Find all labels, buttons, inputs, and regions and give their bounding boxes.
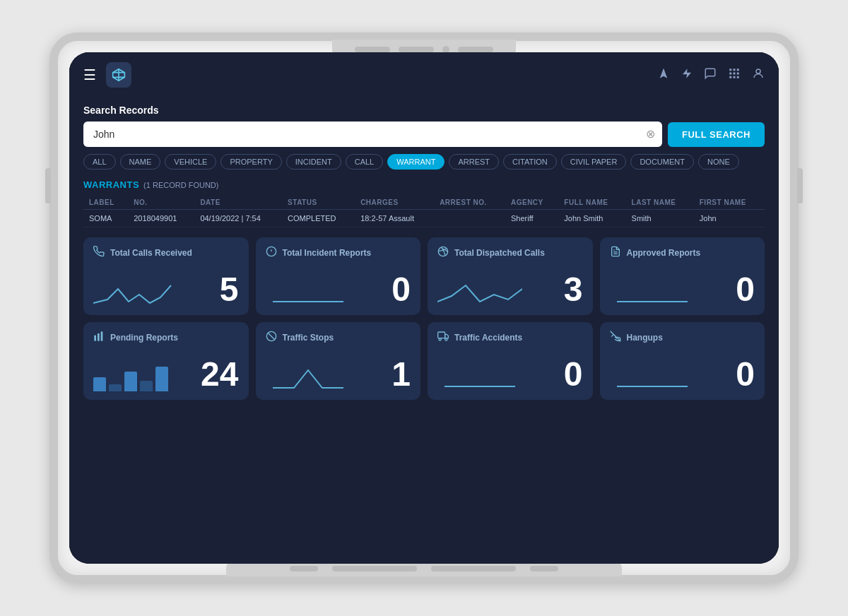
logo[interactable] <box>106 62 131 88</box>
cell-charges: 18:2-57 Assault <box>355 210 434 227</box>
card-title-traffic-accidents: Traffic Accidents <box>454 333 522 343</box>
card-approved-reports: Approved Reports 0 <box>600 237 765 315</box>
full-search-button[interactable]: FULL SEARCH <box>668 122 765 147</box>
pill-all[interactable]: ALL <box>83 154 116 170</box>
col-number: No. <box>128 196 194 210</box>
pill-arrest[interactable]: ARREST <box>449 154 499 170</box>
tablet-right-button <box>797 168 803 203</box>
chat-icon[interactable] <box>704 67 717 83</box>
warrants-table-head: LABEL No. DATE STATUS CHARGES ARREST No.… <box>83 196 765 210</box>
card-title-traffic-stops: Traffic Stops <box>283 333 334 343</box>
pill-call[interactable]: CALL <box>346 154 384 170</box>
card-body-dispatched: 3 <box>437 266 583 307</box>
svg-point-15 <box>756 69 760 73</box>
col-charges: CHARGES <box>355 196 434 210</box>
pill-citation[interactable]: CITATION <box>503 154 557 170</box>
cell-last-name: Smith <box>626 210 694 227</box>
dashboard-grid: Total Calls Received 5 <box>83 237 765 400</box>
pill-document[interactable]: DOCUMENT <box>630 154 694 170</box>
card-title-incident: Total Incident Reports <box>283 248 372 258</box>
pill-incident[interactable]: INCIDENT <box>286 154 341 170</box>
hangups-value: 0 <box>736 357 755 391</box>
svg-marker-4 <box>660 68 668 78</box>
calls-icon <box>93 246 105 260</box>
warrants-title: WARRANTS <box>83 179 139 190</box>
cell-first-name: John <box>694 210 765 227</box>
navigation-icon[interactable] <box>657 67 670 83</box>
traffic-accidents-value: 0 <box>564 357 583 391</box>
card-traffic-stops: Traffic Stops 1 <box>256 322 421 400</box>
pill-name[interactable]: NAME <box>120 154 161 170</box>
tablet-slot-right <box>458 47 493 52</box>
svg-rect-6 <box>729 69 731 71</box>
main-content[interactable]: Search Records ⊗ FULL SEARCH ALL NAME VE… <box>69 97 779 564</box>
grid-icon[interactable] <box>728 67 741 83</box>
col-full-name: FULL NAME <box>558 196 625 210</box>
card-body-hangups: 0 <box>610 350 755 391</box>
dispatched-chart <box>437 271 564 307</box>
svg-marker-30 <box>445 334 449 338</box>
svg-line-28 <box>268 333 274 339</box>
card-header-incident: Total Incident Reports <box>266 246 411 260</box>
pill-vehicle[interactable]: VEHICLE <box>165 154 216 170</box>
hamburger-icon[interactable]: ☰ <box>83 66 96 83</box>
cell-date: 04/19/2022 | 7:54 <box>194 210 282 227</box>
card-incident-reports: Total Incident Reports 0 <box>256 237 421 315</box>
card-title-calls: Total Calls Received <box>110 248 192 258</box>
warrants-count: (1 RECORD FOUND) <box>143 181 218 189</box>
svg-rect-7 <box>734 69 736 71</box>
col-arrest-no: ARREST No. <box>434 196 505 210</box>
traffic-accidents-chart <box>437 356 564 391</box>
bar-3 <box>124 372 137 391</box>
pending-value: 24 <box>201 357 238 391</box>
table-row[interactable]: SOMA 2018049901 04/19/2022 | 7:54 COMPLE… <box>83 210 765 227</box>
card-body-calls: 5 <box>93 266 239 307</box>
svg-rect-8 <box>737 69 739 71</box>
svg-rect-12 <box>729 76 731 78</box>
pill-warrant[interactable]: WARRANT <box>387 154 444 170</box>
svg-marker-5 <box>683 69 691 78</box>
header-right <box>657 67 765 83</box>
traffic-stops-icon <box>266 331 277 345</box>
search-clear-icon[interactable]: ⊗ <box>646 129 655 140</box>
svg-rect-29 <box>438 332 445 338</box>
tablet-bottom-slot-right <box>431 566 516 571</box>
approved-chart <box>610 271 736 307</box>
card-header-traffic-stops: Traffic Stops <box>266 331 411 345</box>
cell-arrest-no <box>434 210 505 227</box>
screen: ☰ <box>69 52 779 564</box>
pending-icon <box>93 331 105 345</box>
search-input[interactable] <box>83 122 662 147</box>
approved-value: 0 <box>736 273 755 307</box>
card-header-approved: Approved Reports <box>610 246 755 260</box>
bar-5 <box>155 367 168 391</box>
approved-icon <box>610 246 621 260</box>
tablet-bottom-small-right <box>530 566 558 571</box>
header-left: ☰ <box>83 62 131 88</box>
svg-rect-25 <box>98 333 100 341</box>
card-body-incident: 0 <box>266 266 411 307</box>
card-header-hangups: Hangups <box>610 331 755 345</box>
dispatched-value: 3 <box>564 273 583 307</box>
col-label: LABEL <box>83 196 128 210</box>
card-body-pending: 24 <box>93 350 239 391</box>
cell-full-name: John Smith <box>558 210 625 227</box>
pill-civil-paper[interactable]: CIVIL PAPER <box>561 154 627 170</box>
pill-none[interactable]: NONE <box>698 154 739 170</box>
bar-1 <box>93 377 106 391</box>
svg-rect-26 <box>101 331 103 340</box>
user-account-icon[interactable] <box>752 67 765 83</box>
svg-rect-11 <box>737 72 739 74</box>
warrants-header: WARRANTS (1 RECORD FOUND) <box>83 179 765 190</box>
cell-number: 2018049901 <box>128 210 194 227</box>
search-section: Search Records ⊗ FULL SEARCH ALL NAME VE… <box>83 105 765 170</box>
card-pending-reports: Pending Reports 24 <box>83 322 249 400</box>
svg-point-32 <box>445 338 447 340</box>
card-title-approved: Approved Reports <box>627 248 701 258</box>
calls-value: 5 <box>220 273 239 307</box>
cell-status: COMPLETED <box>282 210 355 227</box>
pill-property[interactable]: PROPERTY <box>220 154 281 170</box>
card-title-pending: Pending Reports <box>110 333 178 343</box>
card-traffic-accidents: Traffic Accidents 0 <box>428 322 593 400</box>
lightning-icon[interactable] <box>681 67 693 83</box>
